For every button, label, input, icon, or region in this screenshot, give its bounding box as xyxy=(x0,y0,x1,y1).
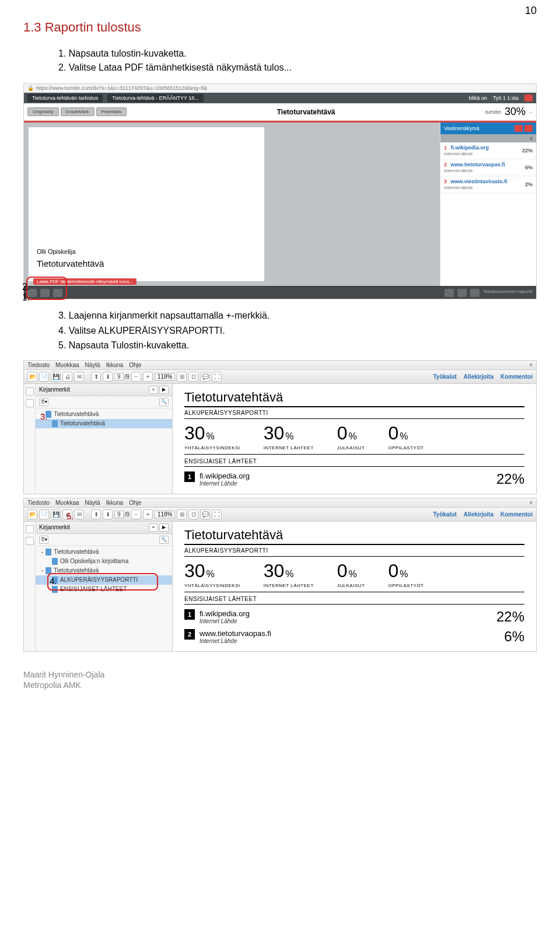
bookmarks-panel-icon[interactable] xyxy=(26,399,34,407)
source-row[interactable]: 2 www.tietoturvaopas.fi Internet-lähde 6… xyxy=(440,159,536,176)
expand-all-icon[interactable]: ▶ xyxy=(159,523,169,532)
fullscreen-icon[interactable]: ⛶ xyxy=(212,372,222,382)
menu-view[interactable]: Näytä xyxy=(85,500,100,506)
zoom-out-icon[interactable]: − xyxy=(131,509,141,519)
fit-page-icon[interactable]: ⊡ xyxy=(188,509,198,519)
menu-window[interactable]: Ikkuna xyxy=(106,362,123,368)
zoom-level[interactable]: 118% xyxy=(155,373,176,380)
comment-icon[interactable]: 💬 xyxy=(200,509,210,519)
close-icon[interactable]: × xyxy=(529,500,533,506)
thumbnails-icon[interactable] xyxy=(26,525,34,533)
open-icon[interactable]: 📂 xyxy=(27,372,37,382)
tree-collapse-icon[interactable]: - xyxy=(41,549,43,555)
dropdown-icon[interactable] xyxy=(524,95,533,102)
source-row[interactable]: 3 www.viestintavirasto.fi Internet-lähde… xyxy=(440,176,536,193)
create-icon[interactable]: 📄 xyxy=(39,372,49,382)
collapse-all-icon[interactable]: « xyxy=(149,386,158,394)
save-icon[interactable]: 💾 xyxy=(51,509,61,519)
menu-help[interactable]: Ohje xyxy=(129,362,141,368)
tree-row[interactable]: -Tietoturvatehtävä xyxy=(36,410,172,419)
turnitin-viewer-screenshot: 🔒 https://www.turnitin.com/dv?s=1&o=3111… xyxy=(23,83,537,299)
stat-label: YHTÄLÄISYYSINDEKSI xyxy=(184,583,240,588)
thumbnails-icon[interactable] xyxy=(26,387,34,396)
email-icon[interactable]: ✉ xyxy=(74,372,84,382)
menu-edit[interactable]: Muokkaa xyxy=(55,500,79,506)
close-icon[interactable]: × xyxy=(529,362,533,368)
menu-help[interactable]: Ohje xyxy=(129,500,141,506)
create-icon[interactable]: 📄 xyxy=(39,509,49,519)
tree-collapse-icon[interactable]: - xyxy=(41,567,43,574)
stat-label: OPPILASTYÖT xyxy=(388,445,424,450)
menu-window[interactable]: Ikkuna xyxy=(106,500,123,506)
menu-edit[interactable]: Muokkaa xyxy=(55,362,79,368)
print-icon[interactable]: 🖨 xyxy=(62,372,72,382)
sign-link[interactable]: Allekirjoita xyxy=(464,511,494,518)
menu-file[interactable]: Tiedosto xyxy=(27,500,50,506)
refresh-icon[interactable] xyxy=(470,289,480,297)
save-icon[interactable]: 💾 xyxy=(51,372,61,382)
bookmarks-title: Kirjanmerkit xyxy=(39,524,70,530)
source-percentage: 2% xyxy=(525,181,533,187)
percent-sign: % xyxy=(206,431,215,441)
stat-value: 0 xyxy=(388,560,398,581)
email-icon[interactable]: ✉ xyxy=(74,509,84,519)
close-icon[interactable]: x xyxy=(530,135,533,141)
source-row[interactable]: 1 fi.wikipedia.org Internet-lähde 22% xyxy=(440,142,536,159)
viewer-tab-2[interactable]: Tietoturva-tehtävä - ERÄÄNTYY 18... xyxy=(107,94,204,102)
source-sublabel: Internet Lähde xyxy=(200,638,271,644)
list-view-icon[interactable] xyxy=(514,125,523,132)
zoom-in-icon[interactable]: + xyxy=(143,372,153,382)
page-total: /9 xyxy=(125,511,130,518)
tree-row[interactable]: Tietoturvatehtävä xyxy=(36,419,172,428)
tree-row[interactable]: -Tietoturvatehtävä xyxy=(36,547,172,557)
zoom-level[interactable]: 118% xyxy=(155,511,176,518)
stat-value: 30 xyxy=(184,422,205,443)
options-icon[interactable]: ☰▾ xyxy=(39,536,48,544)
options-icon[interactable]: ☰▾ xyxy=(39,398,48,406)
report-title: Tietoturvatehtävä xyxy=(184,528,524,545)
zoom-out-icon[interactable]: − xyxy=(131,372,141,382)
page-number-input[interactable]: 9 xyxy=(114,373,124,380)
stat-label: INTERNET LÄHTEET xyxy=(264,583,314,588)
callout-label-1: 1. xyxy=(22,292,30,303)
source-name: fi.wikipedia.org xyxy=(200,609,250,618)
tree-row[interactable]: Olli Opiskelija:n kirjoittama xyxy=(36,557,172,566)
settings-icon[interactable] xyxy=(457,289,467,297)
open-icon[interactable]: 📂 xyxy=(27,509,37,519)
page-number-input[interactable]: 9 xyxy=(114,511,124,518)
zoom-in-icon[interactable]: + xyxy=(143,509,153,519)
filter-icon[interactable] xyxy=(444,289,454,297)
viewer-tab-1[interactable]: Tietoturva-tehtävän tarkistus xyxy=(27,94,103,102)
bookmarks-panel-icon[interactable] xyxy=(26,537,34,545)
bar-view-icon[interactable] xyxy=(524,125,533,132)
page-down-icon[interactable]: ⬇ xyxy=(103,372,113,382)
similarity-score: 30% xyxy=(505,106,526,118)
originality-button[interactable]: Originality xyxy=(27,107,59,116)
tools-link[interactable]: Työkalut xyxy=(433,373,456,380)
source-percentage: 6% xyxy=(525,165,533,170)
sign-link[interactable]: Allekirjoita xyxy=(464,373,494,380)
collapse-all-icon[interactable]: « xyxy=(149,523,158,532)
source-sublabel: Internet Lähde xyxy=(200,618,250,624)
find-bookmark-icon[interactable]: 🔍 xyxy=(159,398,169,406)
fit-page-icon[interactable]: ⊡ xyxy=(188,372,198,382)
comment-icon[interactable]: 💬 xyxy=(200,372,210,382)
grademark-button[interactable]: GradeMark xyxy=(61,107,94,116)
report-subtitle: ALKUPERÄISYYSRAPORTTI xyxy=(184,410,524,419)
tools-link[interactable]: Työkalut xyxy=(433,511,456,518)
fullscreen-icon[interactable]: ⛶ xyxy=(212,509,222,519)
peermark-button[interactable]: PeerMark xyxy=(96,107,127,116)
fit-width-icon[interactable]: ⊞ xyxy=(177,372,187,382)
score-dash: -- xyxy=(529,109,533,115)
page-up-icon[interactable]: ⬆ xyxy=(91,509,101,519)
menu-view[interactable]: Näytä xyxy=(85,362,100,368)
page-up-icon[interactable]: ⬆ xyxy=(91,372,101,382)
fit-width-icon[interactable]: ⊞ xyxy=(177,509,187,519)
find-bookmark-icon[interactable]: 🔍 xyxy=(159,536,169,544)
expand-all-icon[interactable]: ▶ xyxy=(159,386,169,394)
callout-label-3: 3. xyxy=(40,411,48,421)
text-report-link[interactable]: Tekstimuotoinen raportti xyxy=(483,289,533,297)
menu-file[interactable]: Tiedosto xyxy=(27,362,50,368)
comment-link[interactable]: Kommentoi xyxy=(501,373,533,380)
comment-link[interactable]: Kommentoi xyxy=(501,511,533,518)
